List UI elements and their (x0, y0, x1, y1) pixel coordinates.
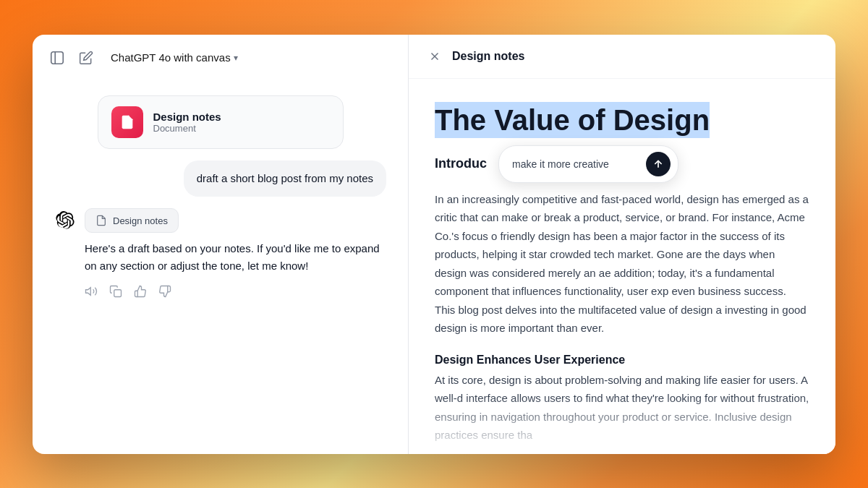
thumbs-down-icon[interactable] (158, 285, 171, 298)
chat-header: ChatGPT 4o with canvas ▾ (33, 35, 408, 81)
inline-prompt-bar[interactable] (498, 145, 678, 183)
article-title-area: The Value of Design (435, 102, 809, 138)
assistant-content: Design notes Here's a draft based on you… (85, 208, 386, 298)
chat-content: Design notes Document draft a short blog… (33, 81, 408, 454)
article-body-text: In an increasingly competitive and fast-… (435, 190, 809, 338)
new-chat-icon[interactable] (76, 48, 96, 68)
send-icon (652, 158, 664, 170)
section-heading: Design Enhances User Experience (435, 354, 809, 367)
document-card[interactable]: Design notes Document (98, 95, 344, 149)
sidebar-toggle-icon[interactable] (47, 48, 67, 68)
svg-rect-5 (114, 290, 122, 297)
inline-send-button[interactable] (646, 152, 671, 176)
audio-icon[interactable] (85, 285, 98, 298)
canvas-header: Design notes (409, 35, 835, 79)
canvas-title: Design notes (452, 50, 524, 63)
intro-label: Introduc (435, 156, 487, 171)
close-button[interactable] (426, 48, 443, 65)
file-reference-icon (95, 215, 107, 226)
document-info: Design notes Document (153, 111, 221, 134)
document-icon-wrap (111, 106, 143, 138)
document-title: Design notes (153, 111, 221, 123)
design-notes-reference[interactable]: Design notes (85, 208, 179, 233)
model-label: ChatGPT 4o with canvas (111, 51, 231, 64)
canvas-content: The Value of Design Introduc In an incre… (409, 79, 835, 454)
svg-marker-4 (86, 288, 91, 296)
main-window: ChatGPT 4o with canvas ▾ Design not (33, 35, 835, 454)
assistant-response-row: Design notes Here's a draft based on you… (54, 208, 386, 298)
thumbs-up-icon[interactable] (134, 285, 147, 298)
document-subtitle: Document (153, 123, 221, 134)
design-notes-ref-label: Design notes (113, 215, 168, 226)
section-body-text: At its core, design is about problem-sol… (435, 371, 809, 445)
copy-icon[interactable] (109, 285, 122, 298)
chevron-down-icon: ▾ (234, 53, 238, 63)
openai-logo-icon (56, 211, 75, 230)
svg-rect-0 (51, 51, 64, 64)
chat-panel: ChatGPT 4o with canvas ▾ Design not (33, 35, 409, 454)
user-message-bubble: draft a short blog post from my notes (184, 160, 386, 197)
intro-row: Introduc (435, 142, 809, 183)
canvas-panel: Design notes The Value of Design Introdu… (409, 35, 835, 454)
action-icons-row (85, 285, 386, 298)
document-file-icon (119, 114, 135, 130)
assistant-response-text: Here's a draft based on your notes. If y… (85, 240, 386, 275)
assistant-avatar (54, 210, 76, 231)
model-selector[interactable]: ChatGPT 4o with canvas ▾ (105, 48, 244, 67)
user-message-text: draft a short blog post from my notes (197, 172, 373, 184)
article-title: The Value of Design (435, 102, 710, 138)
inline-prompt-input[interactable] (512, 158, 639, 170)
